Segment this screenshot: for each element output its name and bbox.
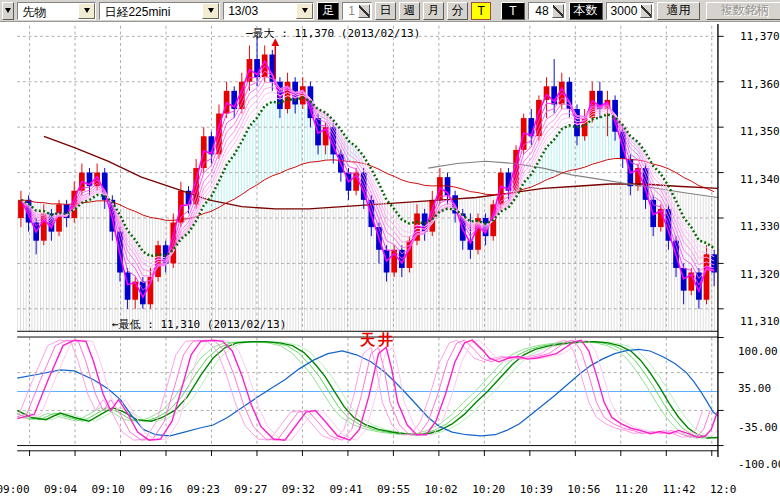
period-button-week[interactable]: 週	[399, 2, 420, 20]
bars-count-value: 3000	[607, 4, 640, 18]
combo-arrow-button[interactable]	[296, 3, 313, 19]
period-button-minute[interactable]: 分	[447, 2, 468, 20]
combo-arrow-button[interactable]	[202, 3, 219, 19]
price-axis-label: 11,360	[740, 79, 780, 91]
bars-count-spinner[interactable]: 3000	[606, 2, 655, 20]
apply-button[interactable]: 適用	[657, 2, 699, 20]
period-button-month[interactable]: 月	[423, 2, 444, 20]
oscillator-axis-label: -35.00	[738, 422, 778, 434]
toolbar: 先物 日経225mini 13/03 足 1 日 週 月 分 T T 48 本数…	[0, 0, 780, 22]
mini-dropdown-button[interactable]	[2, 2, 14, 20]
contract-month-value: 13/03	[224, 3, 296, 19]
price-axis-label: 11,370	[740, 31, 780, 43]
chart-canvas[interactable]	[0, 22, 780, 501]
price-axis-label: 11,340	[740, 174, 780, 186]
tick-count-value: 48	[529, 4, 551, 18]
minutes-value: 1	[343, 4, 357, 18]
min-price-annotation: ←最低 : 11,310 (2013/02/13)	[112, 317, 286, 332]
max-price-annotation: ─最大 : 11,370 (2013/02/13)	[246, 26, 420, 41]
oscillator-lines	[2, 340, 725, 440]
price-axis-label: 11,330	[740, 221, 780, 233]
chevron-down-icon	[84, 8, 90, 13]
oscillator-axis-label: 35.00	[738, 383, 771, 395]
chevron-down-icon	[208, 8, 214, 13]
tick-label: T	[501, 2, 524, 20]
ceiling-annotation: 天井	[360, 331, 396, 350]
oscillator-axis-label: 100.00	[738, 346, 778, 358]
symbol-name-value: 日経225mini	[100, 3, 202, 19]
price-axis-label: 11,350	[740, 126, 780, 138]
price-axis-label: 11,320	[740, 269, 780, 281]
tick-bar-button-active[interactable]: T	[471, 2, 491, 20]
symbol-name-select[interactable]: 日経225mini	[99, 2, 220, 20]
bar-type-label: 足	[317, 2, 339, 20]
oscillator-axis-label: -100.00	[738, 459, 780, 471]
spin-edit-icon[interactable]	[552, 4, 564, 18]
combo-arrow-button[interactable]	[78, 3, 95, 19]
symbol-category-select[interactable]: 先物	[17, 2, 96, 20]
price-axis-label: 11,310	[740, 316, 780, 328]
spin-edit-icon[interactable]	[358, 4, 370, 18]
chart-app-window: { "toolbar": { "mini_dropdown": "", "sym…	[0, 0, 780, 501]
chart-area[interactable]: 09:0009:0409:1009:1609:2309:2709:3209:41…	[0, 22, 780, 501]
contract-month-select[interactable]: 13/03	[223, 2, 314, 20]
cloud-fills	[17, 98, 718, 331]
multi-symbol-button: 複数銘柄	[706, 2, 780, 20]
chevron-down-icon	[302, 8, 308, 13]
minutes-spinner[interactable]: 1	[342, 2, 372, 20]
tick-count-spinner[interactable]: 48	[528, 2, 566, 20]
symbol-category-value: 先物	[18, 3, 78, 19]
spin-edit-icon[interactable]	[640, 4, 652, 18]
period-button-day[interactable]: 日	[375, 2, 396, 20]
bars-label: 本数	[569, 2, 603, 20]
chevron-down-icon	[5, 8, 11, 13]
